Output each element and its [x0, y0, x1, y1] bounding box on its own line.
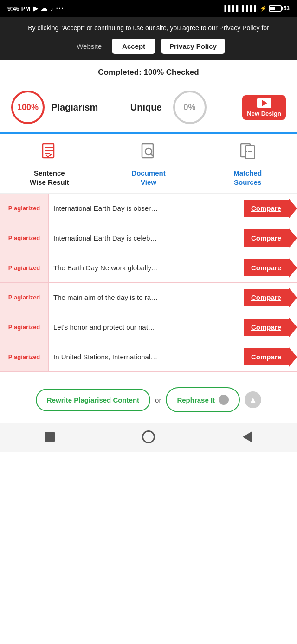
result-text: The main aim of the day is to ra…: [49, 288, 244, 307]
plagiarized-badge: Plagiarized: [0, 223, 49, 253]
wifi-icon: ⚡: [260, 5, 267, 12]
result-text: Let's honor and protect our nat…: [49, 318, 244, 337]
result-row: Plagiarized The main aim of the day is t…: [0, 283, 297, 312]
cookie-buttons: Website Accept Privacy Policy: [9, 39, 288, 54]
result-text: International Earth Day is obser…: [49, 199, 244, 218]
main-content: Completed: 100% Checked 100% Plagiarism …: [0, 60, 297, 423]
yt-badge-label: New Design: [247, 110, 281, 117]
status-time: 9:46 PM: [7, 5, 30, 12]
compare-button[interactable]: Compare: [244, 259, 289, 276]
compare-btn-wrap: Compare: [244, 317, 297, 338]
stop-icon: [45, 432, 55, 442]
battery-fill: [270, 7, 276, 10]
compare-button[interactable]: Compare: [244, 319, 289, 336]
arrow-right-icon: [289, 198, 297, 219]
result-row: Plagiarized In United Stations, Internat…: [0, 342, 297, 372]
results-list: Plagiarized International Earth Day is o…: [0, 194, 297, 372]
arrow-right-icon: [289, 228, 297, 248]
website-button[interactable]: Website: [72, 39, 106, 53]
battery-icon: [269, 5, 282, 12]
compare-btn-wrap: Compare: [244, 198, 297, 219]
tab-matched-label: MatchedSources: [233, 169, 262, 187]
completed-bar: Completed: 100% Checked: [0, 60, 297, 82]
plagiarized-badge: Plagiarized: [0, 194, 49, 223]
action-bar: Rewrite Plagiarised Content or Rephrase …: [0, 377, 297, 423]
bottom-nav: [0, 423, 297, 452]
compare-btn-wrap: Compare: [244, 347, 297, 367]
tab-document-label: DocumentView: [131, 169, 165, 187]
tab-sentence-wise[interactable]: SentenceWise Result: [0, 134, 99, 193]
plagiarism-value: 100%: [17, 103, 39, 112]
compare-btn-wrap: Compare: [244, 228, 297, 248]
status-left: 9:46 PM ▶ ☁ ♪ ···: [7, 5, 64, 12]
arrow-right-icon: [289, 347, 297, 367]
accept-button[interactable]: Accept: [112, 39, 155, 54]
result-text: The Earth Day Network globally…: [49, 258, 244, 277]
svg-rect-8: [245, 146, 255, 159]
arrow-right-icon: [289, 287, 297, 308]
rephrase-label: Rephrase It: [177, 396, 215, 404]
privacy-policy-button[interactable]: Privacy Policy: [161, 39, 225, 54]
result-text: International Earth Day is celeb…: [49, 228, 244, 247]
matched-icon: [239, 142, 257, 165]
plagiarized-badge: Plagiarized: [0, 342, 49, 371]
battery-percent: 53: [284, 5, 290, 12]
tab-sentence-label: SentenceWise Result: [30, 169, 69, 187]
tab-document-view[interactable]: DocumentView: [99, 134, 199, 193]
plagiarism-score-item: 100% Plagiarism: [11, 91, 98, 124]
youtube-icon: [257, 98, 271, 108]
gear-icon: [219, 395, 229, 405]
plagiarized-badge: Plagiarized: [0, 283, 49, 312]
back-nav-button[interactable]: [240, 429, 255, 444]
result-row: Plagiarized International Earth Day is o…: [0, 194, 297, 223]
unique-score-item: Unique 0%: [130, 91, 207, 124]
unique-label: Unique: [130, 102, 162, 113]
result-row: Plagiarized International Earth Day is c…: [0, 223, 297, 253]
compare-btn-wrap: Compare: [244, 258, 297, 278]
signal-icon: ▌▌▌▌: [225, 5, 240, 12]
home-icon: [142, 430, 155, 443]
tab-matched-sources[interactable]: MatchedSources: [198, 134, 297, 193]
rewrite-button[interactable]: Rewrite Plagiarised Content: [36, 389, 150, 411]
compare-btn-wrap: Compare: [244, 287, 297, 308]
cookie-banner: By clicking "Accept" or continuing to us…: [0, 17, 297, 60]
status-bar: 9:46 PM ▶ ☁ ♪ ··· ▌▌▌▌ ▌▌▌▌ ⚡ 53: [0, 0, 297, 17]
yt-play-icon: [262, 100, 267, 106]
more-icon: ···: [56, 5, 65, 12]
yt-new-design-badge[interactable]: New Design: [242, 95, 286, 120]
unique-circle: 0%: [173, 91, 207, 124]
compare-button[interactable]: Compare: [244, 348, 289, 365]
plagiarized-badge: Plagiarized: [0, 312, 49, 342]
cloud-icon: ☁: [41, 5, 47, 12]
rephrase-button[interactable]: Rephrase It: [166, 387, 240, 412]
stop-nav-button[interactable]: [42, 429, 57, 444]
score-section: 100% Plagiarism Unique 0% New Design: [0, 82, 297, 134]
signal2-icon: ▌▌▌▌: [242, 5, 258, 12]
or-label: or: [155, 396, 161, 404]
cookie-message: By clicking "Accept" or continuing to us…: [9, 23, 288, 33]
result-row: Plagiarized Let's honor and protect our …: [0, 312, 297, 342]
sentence-icon: [40, 142, 58, 165]
plagiarism-label: Plagiarism: [51, 102, 98, 113]
completed-text: Completed: 100% Checked: [98, 68, 199, 77]
compare-button[interactable]: Compare: [244, 229, 289, 247]
chevron-up-icon: ▲: [249, 395, 257, 405]
compare-button[interactable]: Compare: [244, 200, 289, 217]
compare-button[interactable]: Compare: [244, 289, 289, 306]
tiktok-icon: ♪: [50, 5, 53, 12]
document-icon: [139, 142, 158, 165]
result-text: In United Stations, International…: [49, 347, 244, 366]
view-tabs: SentenceWise Result DocumentView: [0, 134, 297, 194]
unique-value: 0%: [184, 103, 196, 112]
plagiarism-circle: 100%: [11, 91, 45, 124]
arrow-right-icon: [289, 317, 297, 338]
scroll-up-button[interactable]: ▲: [245, 391, 261, 408]
status-right: ▌▌▌▌ ▌▌▌▌ ⚡ 53: [225, 5, 290, 12]
back-icon: [243, 431, 252, 442]
arrow-right-icon: [289, 258, 297, 278]
result-row: Plagiarized The Earth Day Network global…: [0, 253, 297, 283]
youtube-status-icon: ▶: [33, 5, 38, 12]
home-nav-button[interactable]: [141, 429, 156, 444]
plagiarized-badge: Plagiarized: [0, 253, 49, 282]
